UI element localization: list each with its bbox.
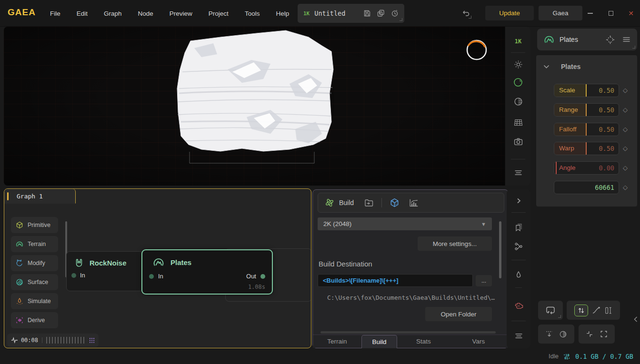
document-box[interactable]: 1K Untitled: [298, 4, 404, 23]
toolbox-terrain[interactable]: Terrain: [11, 236, 58, 252]
toolbox-surface[interactable]: Surface: [11, 274, 58, 290]
toolbox-simulate[interactable]: Simulate: [11, 293, 58, 309]
engine-icon[interactable]: [507, 300, 530, 311]
node-plates-build-time: 1.08s: [248, 284, 265, 290]
maximize-button[interactable]: [605, 8, 617, 19]
water-circle-icon[interactable]: [505, 76, 531, 89]
node-plates-in-port[interactable]: [149, 274, 154, 279]
gizmo-icon[interactable]: [606, 35, 615, 44]
pin-diamond-icon[interactable]: ◇: [623, 106, 628, 113]
menu-tools[interactable]: Tools: [237, 0, 268, 27]
node-plates-title: Plates: [170, 258, 191, 266]
divider: [42, 337, 42, 343]
seed-field[interactable]: 60661: [554, 181, 619, 194]
duplicate-icon[interactable]: [377, 10, 385, 17]
update-button[interactable]: Update: [485, 6, 534, 20]
slider-scale[interactable]: Scale 0.50: [554, 84, 619, 97]
node-rocknoise[interactable]: RockNoise In: [66, 251, 143, 291]
chevron-right-icon[interactable]: [507, 195, 530, 207]
tab-build[interactable]: Build: [361, 335, 397, 348]
bookmark-icon[interactable]: [507, 222, 530, 233]
toolbox-modify-label: Modify: [28, 260, 45, 266]
panel-collapse-chevron-icon[interactable]: [633, 316, 638, 323]
doc-name[interactable]: Untitled: [314, 10, 357, 17]
pin-diamond-icon[interactable]: ◇: [623, 126, 628, 133]
tab-terrain[interactable]: Terrain: [313, 335, 361, 348]
open-folder-button[interactable]: Open Folder: [425, 307, 492, 321]
loop-add-button[interactable]: [538, 301, 563, 320]
pin-diamond-icon[interactable]: ◇: [623, 184, 628, 191]
halftone-circle-icon[interactable]: [559, 330, 567, 338]
horizontal-scrollbar[interactable]: [320, 331, 496, 334]
collapse-icon[interactable]: [586, 330, 593, 338]
undo-button[interactable]: [458, 6, 473, 20]
transport-bar: 00:08: [7, 334, 99, 347]
tab-accent-bar: [7, 192, 9, 200]
cube-icon[interactable]: [390, 198, 400, 208]
slider-falloff[interactable]: Falloff 0.50: [554, 123, 619, 136]
camera-icon[interactable]: [505, 135, 531, 148]
viewport-3d[interactable]: [4, 27, 505, 186]
slider-range[interactable]: Range 0.50: [554, 103, 619, 117]
sort-arrows-button-selected[interactable]: [574, 305, 588, 316]
account-button[interactable]: Gaea: [539, 6, 582, 20]
viewport-menu-lines-icon[interactable]: [505, 167, 531, 179]
build-panel: Build 2K (2048) ▼ More settings... Build…: [312, 189, 509, 348]
menu-graph[interactable]: Graph: [96, 0, 130, 27]
toolbox-modify[interactable]: Modify: [11, 255, 58, 271]
flow-icon[interactable]: [507, 241, 530, 252]
grid-dots-icon[interactable]: [89, 337, 95, 344]
browse-button[interactable]: ...: [476, 275, 492, 286]
slider-warp[interactable]: Warp 0.50: [554, 142, 619, 155]
menu-node[interactable]: Node: [130, 0, 161, 27]
resolution-dropdown[interactable]: 2K (2048) ▼: [318, 217, 492, 230]
slider-range-label: Range: [559, 106, 578, 113]
menu-edit[interactable]: Edit: [69, 0, 96, 27]
tab-vars[interactable]: Vars: [450, 335, 507, 348]
save-icon[interactable]: [363, 10, 371, 17]
pin-diamond-icon[interactable]: ◇: [623, 164, 628, 171]
close-icon: ✕: [628, 10, 634, 17]
mesh-icon[interactable]: [505, 116, 531, 128]
more-settings-button[interactable]: More settings...: [418, 236, 492, 251]
node-plates-out-port[interactable]: [260, 274, 265, 279]
menu-help[interactable]: Help: [268, 0, 297, 27]
transport-time: 00:08: [21, 337, 38, 344]
folder-run-icon[interactable]: [364, 198, 374, 207]
expand-icon[interactable]: [600, 330, 608, 338]
vertical-scrollbar[interactable]: [499, 221, 501, 278]
pin-diamond-icon[interactable]: ◇: [623, 145, 628, 152]
slider-scale-value: 0.50: [599, 87, 614, 94]
history-icon[interactable]: [391, 10, 399, 17]
sun-icon[interactable]: [505, 58, 531, 70]
menu-preview[interactable]: Preview: [161, 0, 200, 27]
pin-diamond-icon[interactable]: ◇: [623, 87, 628, 94]
node-plates-selected[interactable]: Plates In Out 1.08s: [141, 249, 273, 295]
slider-falloff-label: Falloff: [559, 126, 577, 133]
flame-icon[interactable]: [507, 269, 530, 281]
halftone-circle-icon[interactable]: [505, 95, 531, 108]
dock-down-icon[interactable]: [545, 330, 553, 338]
curve-button[interactable]: [592, 306, 600, 315]
node-rocknoise-in-port[interactable]: [71, 273, 76, 278]
toolbox-primitive-label: Primitive: [28, 222, 50, 228]
close-button[interactable]: ✕: [625, 8, 637, 19]
toolbox-derive[interactable]: Derive: [11, 312, 58, 328]
menu-file[interactable]: File: [42, 0, 69, 27]
viewport-resolution-button[interactable]: 1K: [505, 35, 531, 48]
chevron-down-icon: [543, 65, 550, 69]
tab-stats[interactable]: Stats: [397, 335, 450, 348]
minimize-button[interactable]: [584, 8, 596, 19]
build-destination-input[interactable]: <Builds>\[Filename]\[+++]: [318, 274, 473, 287]
memory-binary-icon: 10 01: [563, 353, 570, 360]
histogram-icon[interactable]: [409, 198, 419, 207]
properties-menu-lines-icon[interactable]: [622, 37, 630, 42]
graph-tab[interactable]: Graph 1: [4, 189, 76, 204]
history-meter[interactable]: [46, 337, 85, 344]
section-plates[interactable]: Plates: [543, 63, 580, 70]
side-menu-lines-icon[interactable]: [507, 330, 530, 342]
slider-angle[interactable]: Angle 0.00: [554, 161, 619, 175]
ruler-button[interactable]: [604, 306, 612, 315]
toolbox-primitive[interactable]: Primitive: [11, 217, 58, 233]
menu-project[interactable]: Project: [200, 0, 237, 27]
